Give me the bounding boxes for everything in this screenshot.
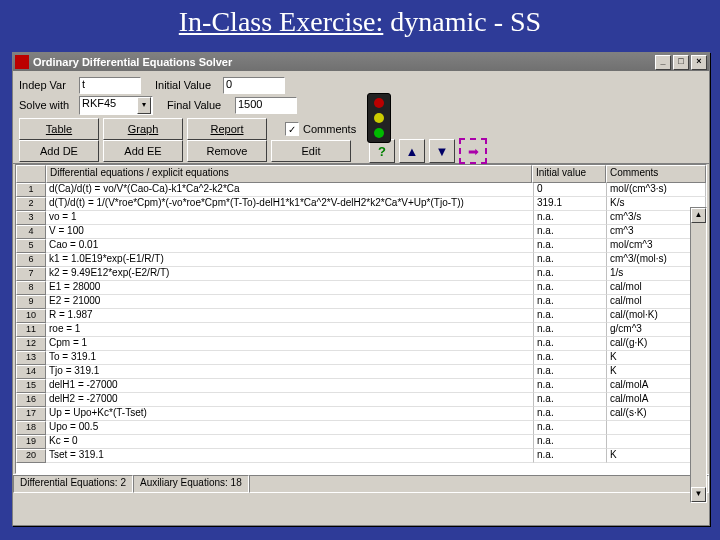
minimize-button[interactable]: _ [655, 55, 671, 70]
table-row[interactable]: 16delH2 = -27000n.a.cal/molA [16, 393, 706, 407]
indep-var-label: Indep Var [19, 79, 75, 91]
table-row[interactable]: 8E1 = 28000n.a.cal/mol [16, 281, 706, 295]
cell-initial-value[interactable]: 0 [534, 183, 607, 197]
row-number: 5 [16, 239, 46, 253]
table-row[interactable]: 4V = 100n.a.cm^3 [16, 225, 706, 239]
row-number: 4 [16, 225, 46, 239]
cell-initial-value[interactable]: n.a. [534, 407, 607, 421]
table-row[interactable]: 18Upo = 00.5n.a. [16, 421, 706, 435]
maximize-button[interactable]: □ [673, 55, 689, 70]
final-value-input[interactable]: 1500 [235, 97, 297, 114]
cell-equation[interactable]: To = 319.1 [46, 351, 534, 365]
table-button[interactable]: Table [19, 118, 99, 140]
cell-equation[interactable]: E2 = 21000 [46, 295, 534, 309]
cell-equation[interactable]: k1 = 1.0E19*exp(-E1/R/T) [46, 253, 534, 267]
table-row[interactable]: 15delH1 = -27000n.a.cal/molA [16, 379, 706, 393]
cell-equation[interactable]: roe = 1 [46, 323, 534, 337]
table-row[interactable]: 17Up = Upo+Kc*(T-Tset)n.a.cal/(s·K) [16, 407, 706, 421]
table-row[interactable]: 19Kc = 0n.a. [16, 435, 706, 449]
comments-checkbox[interactable]: ✓ [285, 122, 299, 136]
cell-initial-value[interactable]: n.a. [534, 295, 607, 309]
cell-initial-value[interactable]: n.a. [534, 211, 607, 225]
cell-equation[interactable]: Upo = 00.5 [46, 421, 534, 435]
cell-initial-value[interactable]: n.a. [534, 365, 607, 379]
close-button[interactable]: × [691, 55, 707, 70]
run-icon[interactable]: ➡ [459, 138, 487, 164]
col-comments[interactable]: Comments [606, 165, 706, 183]
cell-initial-value[interactable]: n.a. [534, 225, 607, 239]
row-number: 20 [16, 449, 46, 463]
cell-initial-value[interactable]: n.a. [534, 239, 607, 253]
cell-equation[interactable]: d(T)/d(t) = 1/(V*roe*Cpm)*(-vo*roe*Cpm*(… [46, 197, 534, 211]
cell-initial-value[interactable]: n.a. [534, 351, 607, 365]
cell-equation[interactable]: Cao = 0.01 [46, 239, 534, 253]
cell-initial-value[interactable]: n.a. [534, 337, 607, 351]
graph-button[interactable]: Graph [103, 118, 183, 140]
row-number: 17 [16, 407, 46, 421]
cell-equation[interactable]: vo = 1 [46, 211, 534, 225]
table-row[interactable]: 11roe = 1n.a.g/cm^3 [16, 323, 706, 337]
row-number: 12 [16, 337, 46, 351]
cell-initial-value[interactable]: n.a. [534, 323, 607, 337]
table-row[interactable]: 7k2 = 9.49E12*exp(-E2/R/T)n.a.1/s [16, 267, 706, 281]
cell-equation[interactable]: Tjo = 319.1 [46, 365, 534, 379]
cell-equation[interactable]: V = 100 [46, 225, 534, 239]
cell-comment[interactable]: mol/(cm^3·s) [607, 183, 706, 197]
table-row[interactable]: 12Cpm = 1n.a.cal/(g·K) [16, 337, 706, 351]
row-header-blank [16, 165, 46, 183]
move-up-icon[interactable]: ▲ [399, 139, 425, 163]
cell-equation[interactable]: d(Ca)/d(t) = vo/V*(Cao-Ca)-k1*Ca^2-k2*Ca [46, 183, 534, 197]
app-icon [15, 55, 29, 69]
cell-initial-value[interactable]: n.a. [534, 393, 607, 407]
scroll-up-icon[interactable]: ▲ [691, 208, 706, 223]
solver-select[interactable]: RKF45 [79, 96, 153, 115]
report-button[interactable]: Report [187, 118, 267, 140]
edit-button[interactable]: Edit [271, 140, 351, 162]
table-row[interactable]: 3vo = 1n.a.cm^3/s [16, 211, 706, 225]
initial-value-label: Initial Value [155, 79, 219, 91]
cell-equation[interactable]: R = 1.987 [46, 309, 534, 323]
table-row[interactable]: 14Tjo = 319.1n.a.K [16, 365, 706, 379]
cell-initial-value[interactable]: 319.1 [534, 197, 607, 211]
titlebar[interactable]: Ordinary Differential Equations Solver _… [13, 53, 709, 71]
cell-initial-value[interactable]: n.a. [534, 267, 607, 281]
scroll-down-icon[interactable]: ▼ [691, 487, 706, 502]
cell-equation[interactable]: k2 = 9.49E12*exp(-E2/R/T) [46, 267, 534, 281]
cell-equation[interactable]: E1 = 28000 [46, 281, 534, 295]
cell-initial-value[interactable]: n.a. [534, 449, 607, 463]
table-row[interactable]: 6k1 = 1.0E19*exp(-E1/R/T)n.a.cm^3/(mol·s… [16, 253, 706, 267]
table-row[interactable]: 13To = 319.1n.a.K [16, 351, 706, 365]
table-row[interactable]: 2d(T)/d(t) = 1/(V*roe*Cpm)*(-vo*roe*Cpm*… [16, 197, 706, 211]
move-down-icon[interactable]: ▼ [429, 139, 455, 163]
add-de-button[interactable]: Add DE [19, 140, 99, 162]
table-row[interactable]: 20Tset = 319.1n.a.K [16, 449, 706, 463]
table-row[interactable]: 10R = 1.987n.a.cal/(mol·K) [16, 309, 706, 323]
indep-var-input[interactable]: t [79, 77, 141, 94]
vertical-scrollbar[interactable]: ▲ ▼ [690, 207, 707, 503]
cell-initial-value[interactable]: n.a. [534, 379, 607, 393]
solver-window: Ordinary Differential Equations Solver _… [12, 52, 710, 526]
remove-button[interactable]: Remove [187, 140, 267, 162]
cell-initial-value[interactable]: n.a. [534, 435, 607, 449]
cell-equation[interactable]: Kc = 0 [46, 435, 534, 449]
cell-equation[interactable]: Up = Upo+Kc*(T-Tset) [46, 407, 534, 421]
cell-equation[interactable]: delH2 = -27000 [46, 393, 534, 407]
cell-equation[interactable]: Tset = 319.1 [46, 449, 534, 463]
cell-equation[interactable]: Cpm = 1 [46, 337, 534, 351]
cell-initial-value[interactable]: n.a. [534, 309, 607, 323]
table-row[interactable]: 9E2 = 21000n.a.cal/mol [16, 295, 706, 309]
cell-initial-value[interactable]: n.a. [534, 281, 607, 295]
cell-equation[interactable]: delH1 = -27000 [46, 379, 534, 393]
final-value-label: Final Value [167, 99, 231, 111]
table-row[interactable]: 1d(Ca)/d(t) = vo/V*(Cao-Ca)-k1*Ca^2-k2*C… [16, 183, 706, 197]
col-equations[interactable]: Differential equations / explicit equati… [46, 165, 532, 183]
cell-initial-value[interactable]: n.a. [534, 421, 607, 435]
col-initial-value[interactable]: Initial value [532, 165, 606, 183]
add-ee-button[interactable]: Add EE [103, 140, 183, 162]
cell-initial-value[interactable]: n.a. [534, 253, 607, 267]
initial-value-input[interactable]: 0 [223, 77, 285, 94]
row-number: 14 [16, 365, 46, 379]
row-number: 7 [16, 267, 46, 281]
table-row[interactable]: 5Cao = 0.01n.a.mol/cm^3 [16, 239, 706, 253]
row-number: 8 [16, 281, 46, 295]
